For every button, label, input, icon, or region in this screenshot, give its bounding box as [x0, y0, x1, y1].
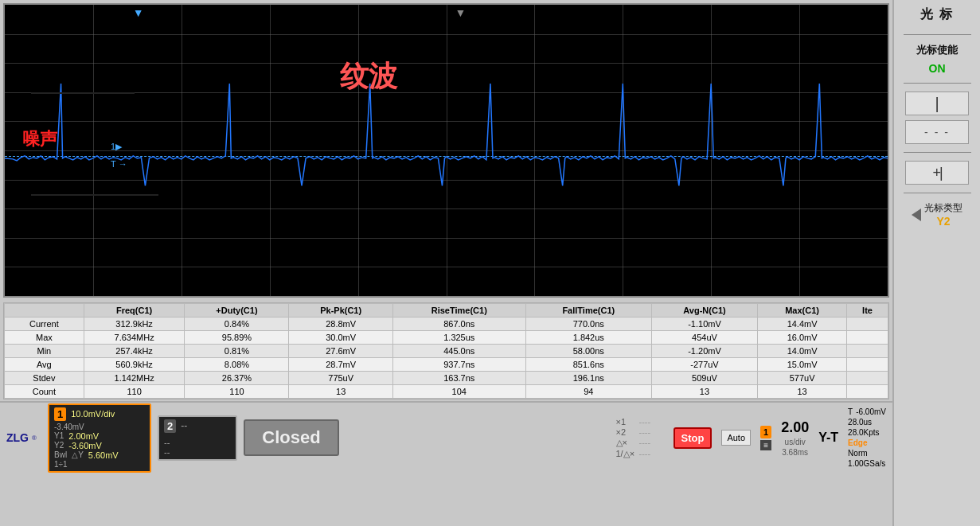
meas-cell: 775uV [289, 372, 392, 385]
meas-cell: 16.0mV [758, 331, 847, 345]
meas-cell: 867.0ns [392, 318, 525, 331]
ch1-info: 1 10.0mV/div -3.40mV Y1 2.00mV Y2 -3.60m… [48, 403, 151, 473]
meas-cell: 28.8mV [289, 318, 392, 331]
meas-cell: 13 [651, 385, 757, 399]
meas-cell: -277uV [651, 358, 757, 372]
meas-row: Avg560.9kHz8.08%28.7mV937.7ns851.6ns-277… [5, 358, 888, 372]
sidebar-divider-4 [904, 193, 971, 193]
meas-cell: 15.0mV [758, 358, 847, 372]
ax-val: ---- [639, 438, 651, 447]
trig-info: T -6.00mV 28.0us 28.0Kpts Edge Norm [848, 407, 886, 468]
meas-cell: 257.4kHz [84, 345, 185, 358]
cursor-line-solid-btn[interactable]: | [905, 92, 969, 115]
meas-cell: 1.142MHz [84, 372, 185, 385]
x1-val: ---- [639, 417, 651, 427]
meas-cell: 163.7ns [392, 372, 525, 385]
meas-cell: -1.10mV [651, 318, 757, 331]
meas-cell: 110 [185, 385, 289, 399]
closed-label: Closed [262, 427, 320, 447]
crosshair-btn[interactable]: +| [905, 161, 969, 185]
norm-val: 1.00GSa/s [848, 459, 885, 468]
marker-t: T → [111, 159, 127, 169]
time-div-unit: us/div [785, 438, 806, 446]
ch1-div: 10.0mV/div [71, 409, 115, 419]
ch2-dash: -- [181, 420, 187, 431]
ch1-y1-label: Y1 [54, 431, 64, 440]
cursor-type-arrow[interactable] [912, 208, 921, 221]
meas-cell: 312.9kHz [84, 318, 185, 331]
meas-row: Stdev1.142MHz26.37%775uV163.7ns196.1ns50… [5, 372, 888, 385]
arrow-top-left: ▼ [133, 6, 144, 19]
meas-col-header: +Duty(C1) [185, 304, 289, 318]
meas-cell: 0.81% [185, 345, 289, 358]
meas-cell: 445.0ns [392, 345, 525, 358]
ch1-ratio: 1÷1 [54, 460, 68, 469]
stop-button[interactable]: Stop [674, 427, 713, 449]
meas-col-header: FallTime(C1) [525, 304, 651, 318]
measurements-table: Freq(C1)+Duty(C1)Pk-Pk(C1)RiseTime(C1)Fa… [3, 302, 889, 399]
ch1-y2-label: Y2 [54, 441, 64, 450]
meas-cell: 104 [392, 385, 525, 399]
meas-col-header: Avg-N(C1) [651, 304, 757, 318]
meas-col-header [5, 304, 84, 318]
meas-cell: 770.0ns [525, 318, 651, 331]
cursor-type-label: 光标类型 [924, 201, 962, 215]
scale-info: ×1 ---- ×2 ---- △× ---- 1/△× ---- [616, 417, 664, 459]
solid-line-icon: | [935, 95, 939, 113]
meas-cell: 95.89% [185, 331, 289, 345]
meas-row: Min257.4kHz0.81%27.6mV445.0ns58.00ns-1.2… [5, 345, 888, 358]
t2-val: 28.0us [848, 418, 872, 427]
dashed-line-icon: - - - [924, 126, 950, 138]
right-status: ×1 ---- ×2 ---- △× ---- 1/△× ---- [616, 407, 887, 468]
meas-cell: 577uV [758, 372, 847, 385]
meas-row: Current312.9kHz0.84%28.8mV867.0ns770.0ns… [5, 318, 888, 331]
meas-cell: 94 [525, 385, 651, 399]
bottom-bar: ZLG ® 1 10.0mV/div -3.40mV Y1 2.00mV Y2 [0, 401, 892, 473]
x2-label: ×2 [616, 427, 636, 437]
sidebar-divider-1 [904, 34, 971, 35]
sidebar-divider-2 [904, 83, 971, 84]
meas-cell: 13 [289, 385, 392, 399]
time-offset: 3.68ms [782, 448, 808, 457]
ch1-dy-label: △Y [72, 450, 84, 459]
meas-col-header: Ite [847, 304, 888, 318]
cursor-type-val: Y2 [936, 215, 950, 228]
ch2-dash2: -- [164, 438, 170, 447]
meas-cell: Max [5, 331, 84, 345]
ch2-dash3: -- [164, 447, 170, 457]
meas-row: Count11011013104941313 [5, 385, 888, 399]
meas-cell: Stdev [5, 372, 84, 385]
meas-cell: 937.7ns [392, 358, 525, 372]
meas-cell: 1.325us [392, 331, 525, 345]
meas-cell: 7.634MHz [84, 331, 185, 345]
yt-mode: Y-T [818, 431, 838, 445]
t3-val: 28.0Kpts [848, 428, 879, 437]
inv-label: 1/△× [616, 449, 636, 459]
arrow-top-right: ▼ [455, 6, 467, 19]
meas-cell: 1.842us [525, 331, 651, 345]
auto-box: Auto [721, 430, 751, 446]
meas-col-header: Max(C1) [758, 304, 847, 318]
meas-cell: 26.37% [185, 372, 289, 385]
meas-cell: Min [5, 345, 84, 358]
noise-label: 噪声 [22, 127, 57, 151]
meas-cell: 14.0mV [758, 345, 847, 358]
cursor-enable-label: 光标使能 [916, 43, 958, 57]
meas-cell: 14.4mV [758, 318, 847, 331]
ax-label: △× [616, 438, 636, 448]
right-sidebar: 光 标 光标使能 ON | - - - +| 光标类型 Y2 [892, 0, 980, 526]
meas-cell: 454uV [651, 331, 757, 345]
meas-cell: 851.6ns [525, 358, 651, 372]
time-div-value: 2.00 [781, 419, 809, 436]
zlg-logo: ZLG [6, 431, 29, 444]
meas-row: Max7.634MHz95.89%30.0mV1.325us1.842us454… [5, 331, 888, 345]
meas-cell: 0.84% [185, 318, 289, 331]
meas-col-header: Pk-Pk(C1) [289, 304, 392, 318]
x1-label: ×1 [616, 417, 636, 427]
sidebar-title: 光 标 [920, 6, 954, 23]
inv-val: ---- [639, 449, 651, 458]
cursor-line-dashed-btn[interactable]: - - - [905, 120, 969, 144]
meas-cell: 110 [84, 385, 185, 399]
waveform-display: 纹波 噪声 1▶ T → ▼ ▼ [3, 3, 889, 298]
ch1-number: 1 [54, 407, 66, 421]
